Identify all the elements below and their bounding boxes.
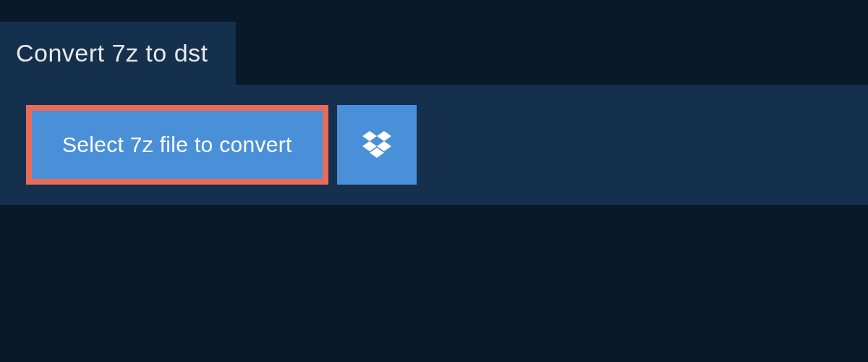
dropbox-icon <box>362 131 391 159</box>
dropbox-button[interactable] <box>337 105 417 185</box>
main-panel: Select 7z file to convert <box>0 85 868 205</box>
select-file-button[interactable]: Select 7z file to convert <box>26 105 328 185</box>
tab-header: Convert 7z to dst <box>0 22 236 85</box>
tab-title: Convert 7z to dst <box>16 39 208 67</box>
select-file-button-label: Select 7z file to convert <box>62 132 292 157</box>
button-row: Select 7z file to convert <box>26 105 842 185</box>
